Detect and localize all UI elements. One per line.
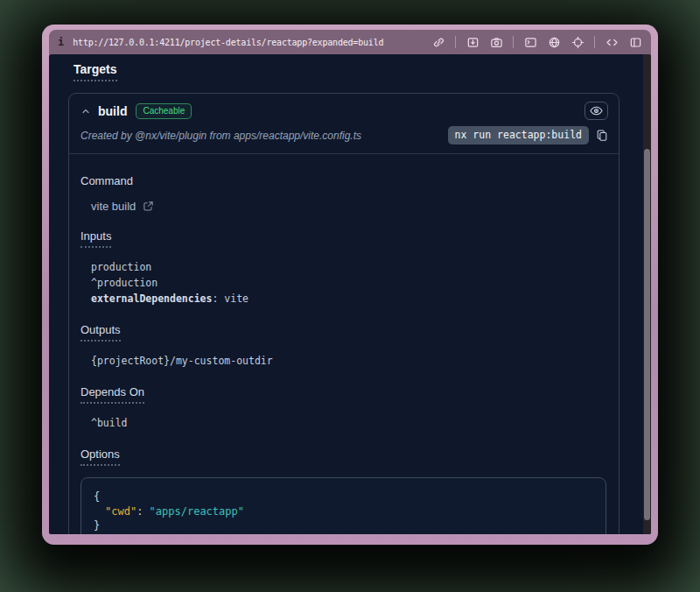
json-colon: : [136,505,149,518]
build-card-body: Command vite build Inputs production ^pr… [69,154,619,534]
input-item: production [91,259,606,275]
build-header-row[interactable]: build Cacheable [80,102,608,120]
options-label: Options [80,448,120,466]
output-item: {projectRoot}/my-custom-outdir [91,353,606,369]
url-text[interactable]: http://127.0.0.1:4211/project-details/re… [73,38,383,47]
json-line: } [94,518,595,533]
view-eye-button[interactable] [584,102,608,120]
scrollbar-thumb[interactable] [644,149,650,520]
chevron-up-icon [80,106,91,116]
target-card-build: build Cacheable Created by @nx/vite/plug… [68,93,620,534]
columns-icon[interactable] [628,35,642,49]
terminal-icon[interactable] [523,35,537,49]
browser-titlebar: i http://127.0.0.1:4211/project-details/… [49,30,651,54]
crosshair-icon[interactable] [570,35,584,49]
outputs-label: Outputs [80,323,121,342]
toolbar-divider [455,36,456,48]
command-value: vite build [91,200,136,213]
created-by-text: Created by @nx/vite/plugin from apps/rea… [80,130,361,142]
section-inputs: Inputs [80,229,606,248]
json-line: "cwd": "apps/reactapp" [94,504,595,519]
section-depends-on: Depends On [80,385,606,404]
input-key: externalDependencies [91,292,212,305]
page-title: Targets [74,62,117,81]
input-value: : vite [212,292,248,305]
target-name: build [98,104,127,118]
browser-window: i http://127.0.0.1:4211/project-details/… [42,25,658,545]
depends-on-label: Depends On [80,385,144,404]
run-command-chip: nx run reactapp:build [448,126,589,144]
project-details-page: Targets build Cacheable Created by @nx/v… [49,54,651,534]
info-icon: i [58,36,64,48]
import-icon[interactable] [466,35,480,49]
command-row: vite build [91,200,606,213]
json-key: "cwd" [94,505,136,518]
build-meta-row: Created by @nx/vite/plugin from apps/rea… [80,126,608,144]
depends-on-item: ^build [91,415,606,431]
copy-icon[interactable] [596,129,608,142]
outputs-list: {projectRoot}/my-custom-outdir [91,353,606,369]
json-line: { [94,490,595,504]
titlebar-toolbar [431,35,642,49]
build-card-header: build Cacheable Created by @nx/vite/plug… [69,94,619,154]
camera-icon[interactable] [489,35,503,49]
scrollbar-track[interactable] [643,54,651,534]
depends-on-list: ^build [91,415,606,431]
link-icon[interactable] [431,35,445,49]
globe-icon[interactable] [547,35,561,49]
inputs-list: production ^production externalDependenc… [91,259,606,307]
section-options: Options [80,448,606,466]
command-label: Command [80,174,133,187]
toolbar-divider [513,36,514,48]
json-value: "apps/reactapp" [150,505,244,518]
code-icon[interactable] [605,35,619,49]
section-outputs: Outputs [80,323,606,342]
cacheable-badge: Cacheable [136,103,192,119]
section-command: Command [80,174,606,187]
inputs-label: Inputs [80,229,111,248]
external-link-icon[interactable] [143,201,154,212]
input-item: externalDependencies: vite [91,291,606,307]
toolbar-divider [594,36,595,48]
input-item: ^production [91,275,606,291]
options-json-box: { "cwd": "apps/reactapp" } [80,477,606,534]
